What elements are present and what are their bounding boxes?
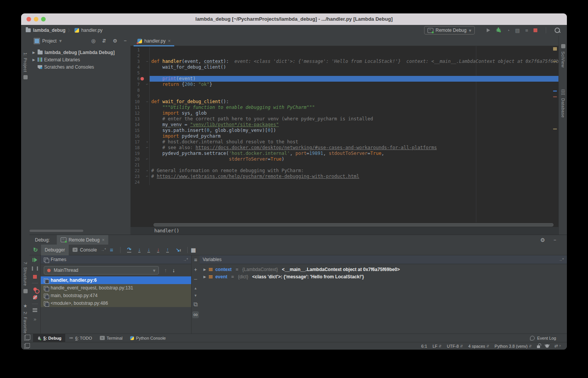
hide-panel-icon[interactable]: − [124,38,127,44]
error-stripe-mark[interactable] [553,61,557,62]
code-line[interactable]: 12 import sys, glob [130,110,558,116]
caret-position[interactable]: 6:1 [421,344,427,348]
duplicate-watch-icon[interactable]: ⧉ [193,301,198,308]
code-line[interactable]: 5 [130,70,558,76]
code-line[interactable]: 8 [130,87,558,93]
threads-view-icon[interactable]: ≡ [110,247,113,253]
code-line[interactable]: 21 [130,162,558,168]
sidebar-item-database[interactable]: Database [561,98,565,118]
code-line[interactable]: 22▿# General information on remote debug… [130,168,558,174]
sidebar-item-structure[interactable]: 7: Structure [23,262,28,286]
debug-session-tab[interactable]: Remote Debug × [57,235,109,245]
code-line[interactable]: 1 [130,47,558,53]
code-line[interactable]: 6 print(event) [130,76,558,82]
error-stripe-mark[interactable] [553,47,557,51]
tree-item-scratches[interactable]: Scratches and Consoles [30,63,130,71]
encoding-select[interactable]: UTF-8⇵ [447,344,463,348]
collapse-all-icon[interactable]: ⇵ [102,38,106,44]
restore-layout-icon[interactable] [33,308,37,312]
code-line[interactable]: 19 pydevd_pycharm.settrace('host.docker.… [130,151,558,156]
next-frame-icon[interactable]: ↓ [172,267,175,273]
debug-icon[interactable] [496,27,501,34]
tab-handler-py[interactable]: handler.py × [134,36,174,46]
step-out-icon[interactable]: ↑ [166,247,169,253]
resume-program-icon[interactable] [33,258,37,262]
rerun-icon[interactable]: ↻ [33,247,38,253]
mute-breakpoints-icon[interactable] [33,295,37,299]
run-configuration-select[interactable]: Remote Debug ▾ [424,26,475,35]
pause-program-icon[interactable] [32,266,38,271]
step-into-my-code-icon[interactable]: ↓ [147,247,150,253]
sidebar-item-sciview[interactable]: SciView [561,51,565,67]
coverage-icon[interactable]: ▤ [515,28,520,33]
toolwindow-tab-debug[interactable]: 5: Debug [33,334,65,342]
profiler-icon[interactable]: ◔ [507,28,510,33]
code-line[interactable]: 11 """Utility function to enable debuggi… [130,105,558,110]
indent-select[interactable]: 4 spaces⇵ [468,344,489,348]
code-line[interactable]: 20⌐ stderrToServer=True) [130,156,558,162]
close-icon[interactable]: × [168,38,170,44]
code-line[interactable]: 16 import pydevd_pycharm [130,133,558,139]
step-into-icon[interactable]: ↓ [138,247,141,253]
variable-row[interactable]: ▶event = {dict} <class 'dict'>: {'messag… [200,273,567,280]
lock-icon[interactable] [537,345,540,348]
evaluate-expression-icon[interactable]: ▦ [191,247,196,253]
code-line[interactable]: 15 sys.path.insert(0, glob.glob(my_venv)… [130,128,558,133]
project-horizontal-scrollbar[interactable] [30,230,83,232]
show-watches-icon[interactable]: ∞ [192,311,199,318]
menu-icon[interactable]: ≡ [194,257,197,263]
code-line[interactable]: 10−def wait_for_debug_client(): [130,99,558,105]
add-watch-icon[interactable]: + [194,266,197,273]
locate-file-icon[interactable]: ◎ [91,38,96,44]
code-line[interactable]: 4 wait_for_debug_client() [130,64,558,70]
code-line[interactable]: 23⌐# https://www.jetbrains.com/help/pych… [130,174,558,179]
expand-arrow-icon[interactable]: ▶ [32,58,36,62]
code-line[interactable]: 3−def handler(event, context): event: <c… [130,59,558,64]
remove-watch-icon[interactable]: − [194,276,197,283]
more-icon[interactable]: » [33,316,36,322]
move-up-icon[interactable]: ▲ [194,286,197,290]
error-stripe-execution-mark[interactable] [553,90,557,92]
frame-row[interactable]: <module>, bootstrap.py:486 [41,299,191,307]
event-log-button[interactable]: Event Log [530,336,556,340]
stop-icon[interactable] [533,28,537,32]
frame-row[interactable]: handler, handler.py:6 [41,276,191,284]
tree-item-project-root[interactable]: ▶ lambda_debug [Lambda Debug] [30,49,130,56]
thread-select[interactable]: MainThread ▾ [44,266,159,274]
pin-tab-icon[interactable]: →* [101,248,106,252]
stop-icon[interactable] [33,275,37,279]
breadcrumb-project[interactable]: lambda_debug [33,28,66,33]
inspections-profile-icon[interactable] [545,344,549,348]
previous-frame-icon[interactable]: ↑ [164,267,167,273]
toolwindow-tab-terminal[interactable]: > Terminal [96,334,127,342]
code-line[interactable]: 9 [130,93,558,99]
breakpoint-icon[interactable] [140,77,144,81]
code-line[interactable]: 24 [130,179,558,185]
tree-item-external-libraries[interactable]: ▶ External Libraries [30,56,130,63]
tool-window-corner-icon[interactable] [24,344,29,348]
project-panel-title[interactable]: Project [42,38,56,44]
expand-arrow-icon[interactable]: ▶ [32,51,36,54]
frame-row[interactable]: handle_event_request, bootstrap.py:131 [41,284,191,292]
error-stripe-mark[interactable] [553,128,557,130]
force-step-into-icon[interactable]: ↓ [157,247,160,253]
code-line[interactable]: 18⌐ # see also: https://docs.docker.com/… [130,145,558,151]
error-stripe-mark[interactable] [553,96,557,97]
code-line[interactable]: 7⌐ return {200: "ok"} [130,82,558,87]
pin-icon[interactable]: →* [558,258,564,262]
pin-icon[interactable]: →* [183,258,188,262]
view-breakpoints-icon[interactable] [33,288,37,291]
run-icon[interactable] [487,28,490,32]
code-line[interactable]: 13 # enter the correct path here to your… [130,116,558,122]
gear-icon[interactable]: ⚙ [113,38,117,44]
frame-row[interactable]: main, bootstrap.py:474 [41,292,191,299]
code-line[interactable]: 17▿ # host.docker.internal should resolv… [130,139,558,145]
code-line[interactable]: 14 my_venv = "venv/lib/python*/site-pack… [130,122,558,128]
interpreter-select[interactable]: Python 3.8 (venv)⇵ [495,344,532,348]
run-to-cursor-icon[interactable]: ↘I [176,247,181,253]
move-down-icon[interactable]: ▼ [194,294,197,297]
tab-console[interactable]: > Console [69,245,101,255]
toolwindow-tab-todo[interactable]: ≔ 6: TODO [65,334,96,342]
code-editor[interactable]: 123−def handler(event, context): event: … [130,46,558,222]
close-icon[interactable]: × [102,237,104,243]
